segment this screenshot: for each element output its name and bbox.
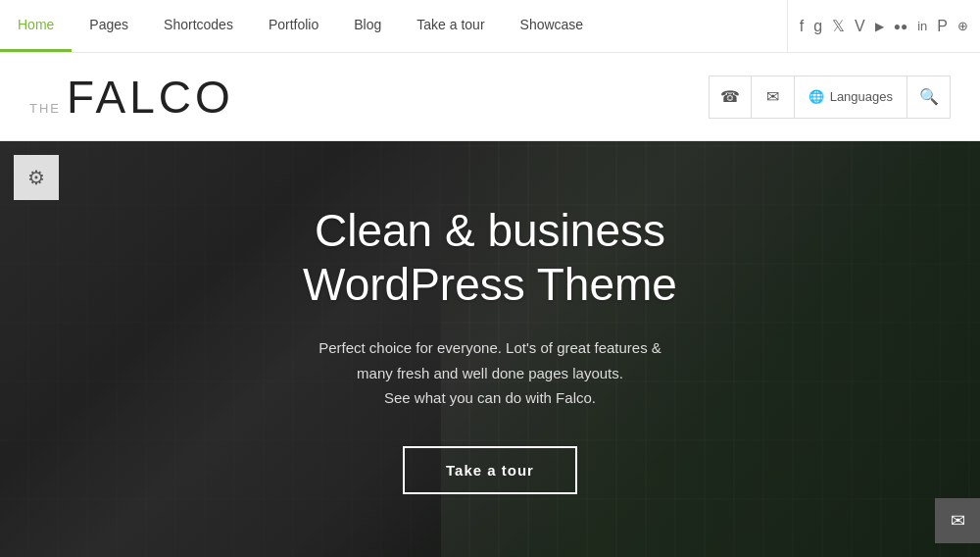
phone-button[interactable]: ☎ — [709, 76, 752, 119]
header-actions: ☎ ✉ 🌐 Languages 🔍 — [709, 76, 951, 119]
hero-cta-button[interactable]: Take a tour — [403, 446, 577, 494]
nav-item-showcase[interactable]: Showcase — [503, 0, 602, 52]
twitter-icon[interactable]: 𝕏 — [832, 17, 845, 35]
social-icons: f g 𝕏 V ▶ ●● in P ⊕ — [787, 0, 980, 52]
pinterest-icon[interactable]: P — [937, 18, 948, 35]
language-button[interactable]: 🌐 Languages — [795, 76, 907, 119]
search-icon: 🔍 — [919, 87, 939, 106]
nav-item-shortcodes[interactable]: Shortcodes — [146, 0, 251, 52]
phone-icon: ☎ — [720, 87, 740, 106]
other-icon[interactable]: ⊕ — [957, 19, 968, 33]
email-button[interactable]: ✉ — [752, 76, 795, 119]
gear-icon: ⚙ — [27, 166, 45, 189]
email-icon: ✉ — [766, 87, 779, 106]
hero-content: Clean & business WordPress Theme Perfect… — [283, 204, 697, 494]
language-label: Languages — [830, 89, 893, 104]
top-navigation: Home Pages Shortcodes Portfolio Blog Tak… — [0, 0, 980, 53]
hero-section: ⚙ Clean & business WordPress Theme Perfe… — [0, 141, 980, 557]
hero-title: Clean & business WordPress Theme — [303, 204, 677, 312]
nav-item-portfolio[interactable]: Portfolio — [251, 0, 336, 52]
youtube-icon[interactable]: ▶ — [875, 20, 884, 33]
hero-subtitle: Perfect choice for everyone. Lot's of gr… — [303, 335, 677, 411]
search-button[interactable]: 🔍 — [907, 76, 951, 119]
nav-item-home[interactable]: Home — [0, 0, 72, 52]
nav-item-pages[interactable]: Pages — [72, 0, 146, 52]
logo-name: FALCO — [67, 71, 234, 124]
logo: THE FALCO — [29, 71, 234, 124]
flickr-icon[interactable]: ●● — [894, 20, 908, 33]
gear-widget[interactable]: ⚙ — [14, 155, 59, 200]
site-header: THE FALCO ☎ ✉ 🌐 Languages 🔍 — [0, 53, 980, 141]
nav-item-blog[interactable]: Blog — [336, 0, 399, 52]
nav-items: Home Pages Shortcodes Portfolio Blog Tak… — [0, 0, 787, 52]
globe-icon: 🌐 — [808, 89, 824, 104]
google-icon[interactable]: g — [813, 18, 822, 35]
logo-the: THE — [29, 101, 61, 116]
facebook-icon[interactable]: f — [800, 18, 804, 35]
email-float-button[interactable]: ✉ — [935, 498, 980, 543]
nav-item-take-a-tour[interactable]: Take a tour — [399, 0, 502, 52]
vimeo-icon[interactable]: V — [855, 18, 865, 35]
linkedin-icon[interactable]: in — [917, 19, 927, 33]
email-float-icon: ✉ — [951, 510, 965, 532]
